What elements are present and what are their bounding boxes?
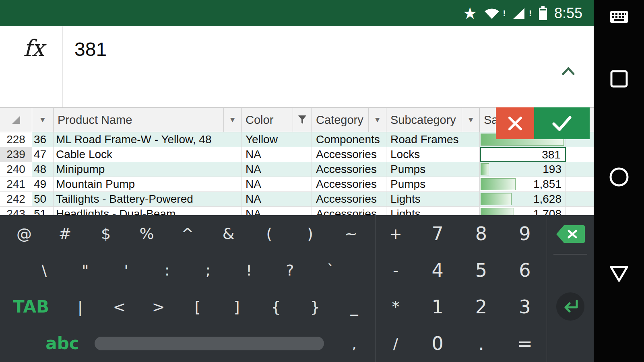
key-comma[interactable]: , — [342, 335, 366, 352]
cell-sales[interactable]: 1,851 — [480, 177, 594, 192]
row-number[interactable]: 243 — [0, 207, 32, 215]
home-button-icon[interactable] — [609, 167, 630, 189]
key-underscore[interactable]: _ — [342, 298, 366, 316]
row-number[interactable]: 228 — [0, 132, 32, 147]
key-exclamation[interactable]: ! — [237, 261, 261, 279]
cell-id[interactable]: 49 — [32, 177, 54, 192]
key-bracket-close[interactable]: ] — [225, 298, 249, 316]
key-tilde[interactable]: ~ — [339, 225, 363, 243]
abc-layout-key[interactable]: abc — [38, 333, 87, 353]
cell-category[interactable]: Accessories — [312, 177, 386, 192]
cell-sales[interactable]: 1,708 — [480, 207, 594, 215]
cell-category[interactable]: Accessories — [312, 207, 386, 215]
tab-key[interactable]: TAB — [9, 297, 53, 317]
key-brace-open[interactable]: { — [264, 298, 288, 316]
key-pipe[interactable]: | — [68, 298, 92, 316]
key-slash[interactable]: / — [376, 325, 416, 362]
key-plus[interactable]: + — [376, 215, 416, 252]
key-3[interactable]: 3 — [503, 289, 547, 325]
cell-id[interactable]: 48 — [32, 162, 54, 177]
key-5[interactable]: 5 — [459, 252, 503, 288]
key-2[interactable]: 2 — [459, 289, 503, 325]
cell-subcategory[interactable]: Locks — [386, 147, 480, 162]
cell-category[interactable]: Components — [312, 132, 386, 147]
cell-product-name[interactable]: Cable Lock — [54, 147, 242, 162]
spacebar-key[interactable] — [95, 337, 324, 350]
key-backslash[interactable]: \ — [32, 261, 56, 279]
key-9[interactable]: 9 — [503, 215, 547, 252]
key-ampersand[interactable]: & — [217, 225, 241, 243]
key-minus[interactable]: - — [376, 252, 416, 288]
cell-subcategory[interactable]: Road Frames — [386, 132, 480, 147]
row-number[interactable]: 242 — [0, 192, 32, 207]
filter-dropdown-icon[interactable]: ▼ — [368, 108, 386, 132]
key-8[interactable]: 8 — [459, 215, 503, 252]
column-header-product-name[interactable]: Product Name ▼ — [54, 108, 242, 132]
key-brace-close[interactable]: } — [303, 298, 327, 316]
key-paren-close[interactable]: ) — [298, 225, 322, 243]
filter-dropdown-icon[interactable]: ▼ — [223, 108, 241, 132]
row-number[interactable]: 239 — [0, 147, 32, 162]
key-less-than[interactable]: < — [107, 298, 132, 316]
key-quote[interactable]: ' — [114, 261, 138, 279]
cell-category[interactable]: Accessories — [312, 147, 386, 162]
recents-button-icon[interactable] — [609, 69, 629, 90]
hide-keyboard-icon[interactable] — [610, 10, 628, 26]
key-asterisk[interactable]: * — [376, 288, 416, 325]
back-button-icon[interactable] — [609, 265, 630, 285]
cell-id[interactable]: 47 — [32, 147, 54, 162]
key-6[interactable]: 6 — [503, 252, 547, 288]
filter-active-funnel-icon[interactable] — [293, 108, 312, 132]
key-semicolon[interactable]: ; — [196, 261, 220, 279]
key-at[interactable]: @ — [12, 225, 36, 243]
confirm-edit-button[interactable] — [534, 107, 590, 139]
cell-color[interactable]: NA — [242, 147, 312, 162]
key-period[interactable]: . — [459, 325, 503, 362]
cell-sales[interactable]: 1,628 — [480, 192, 594, 207]
cell-id[interactable]: 36 — [32, 132, 54, 147]
cell-subcategory[interactable]: Pumps — [386, 162, 480, 177]
key-backtick[interactable]: ` — [319, 261, 343, 279]
column-header-subcategory[interactable]: Subcategory ▼ — [386, 108, 480, 132]
cell-id[interactable]: 51 — [32, 207, 54, 215]
key-hash[interactable]: # — [53, 225, 77, 243]
cell-product-name[interactable]: ML Road Frame-W - Yellow, 48 — [54, 132, 242, 147]
key-0[interactable]: 0 — [416, 325, 459, 362]
collapse-formula-bar-icon[interactable] — [561, 66, 575, 78]
key-greater-than[interactable]: > — [147, 298, 171, 316]
filter-dropdown-icon[interactable]: ▼ — [39, 115, 47, 124]
cell-product-name[interactable]: Headlights - Dual-Beam — [54, 207, 242, 215]
column-header-category[interactable]: Category ▼ — [312, 108, 386, 132]
key-doublequote[interactable]: " — [73, 261, 97, 279]
enter-key[interactable] — [556, 292, 584, 321]
key-question[interactable]: ? — [278, 261, 302, 279]
cell-product-name[interactable]: Taillights - Battery-Powered — [54, 192, 242, 207]
cell-color[interactable]: NA — [242, 207, 312, 215]
key-bracket-open[interactable]: [ — [186, 298, 210, 316]
key-colon[interactable]: : — [155, 261, 179, 279]
formula-input[interactable]: 381 — [74, 38, 107, 60]
cell-id[interactable]: 50 — [32, 192, 54, 207]
key-4[interactable]: 4 — [416, 252, 459, 288]
cell-product-name[interactable]: Mountain Pump — [54, 177, 242, 192]
backspace-key[interactable] — [555, 224, 586, 246]
cell-product-name[interactable]: Minipump — [54, 162, 242, 177]
cell-sales-editing[interactable]: 381 — [480, 147, 594, 162]
cell-color[interactable]: Yellow — [242, 132, 312, 147]
key-1[interactable]: 1 — [416, 289, 459, 325]
select-all-button[interactable] — [0, 108, 32, 132]
active-edit-cell[interactable]: 381 — [480, 147, 566, 162]
cell-category[interactable]: Accessories — [312, 162, 386, 177]
key-equals[interactable]: = — [503, 325, 547, 362]
cancel-edit-button[interactable] — [496, 107, 534, 139]
cell-color[interactable]: NA — [242, 192, 312, 207]
cell-subcategory[interactable]: Lights — [386, 207, 480, 215]
cell-subcategory[interactable]: Lights — [386, 192, 480, 207]
key-paren-open[interactable]: ( — [257, 225, 281, 243]
cell-category[interactable]: Accessories — [312, 192, 386, 207]
row-number[interactable]: 240 — [0, 162, 32, 177]
cell-subcategory[interactable]: Pumps — [386, 177, 480, 192]
cell-sales[interactable]: 193 — [480, 162, 594, 177]
row-number[interactable]: 241 — [0, 177, 32, 192]
key-dollar[interactable]: $ — [94, 225, 118, 243]
